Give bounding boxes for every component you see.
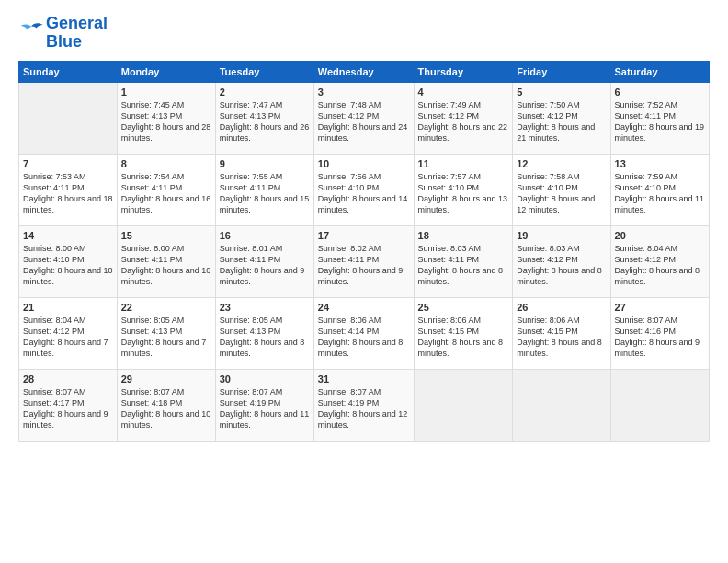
day-info: Sunrise: 8:06 AMSunset: 4:15 PMDaylight:…	[418, 315, 509, 360]
day-number: 3	[318, 86, 410, 98]
calendar-cell: 26Sunrise: 8:06 AMSunset: 4:15 PMDayligh…	[513, 297, 610, 369]
day-info: Sunrise: 8:07 AMSunset: 4:17 PMDaylight:…	[23, 386, 113, 431]
day-number: 19	[517, 230, 606, 241]
calendar-cell: 23Sunrise: 8:05 AMSunset: 4:13 PMDayligh…	[215, 297, 313, 369]
day-info: Sunrise: 8:06 AMSunset: 4:14 PMDaylight:…	[318, 315, 410, 360]
day-info: Sunrise: 8:04 AMSunset: 4:12 PMDaylight:…	[23, 315, 113, 360]
day-info: Sunrise: 7:58 AMSunset: 4:10 PMDaylight:…	[517, 171, 606, 216]
calendar-cell	[513, 369, 610, 441]
calendar-cell: 24Sunrise: 8:06 AMSunset: 4:14 PMDayligh…	[313, 297, 414, 369]
day-info: Sunrise: 7:49 AMSunset: 4:12 PMDaylight:…	[418, 99, 509, 144]
day-info: Sunrise: 8:06 AMSunset: 4:15 PMDaylight:…	[517, 315, 606, 360]
calendar-cell: 22Sunrise: 8:05 AMSunset: 4:13 PMDayligh…	[117, 297, 215, 369]
calendar-week-row: 7Sunrise: 7:53 AMSunset: 4:11 PMDaylight…	[19, 154, 710, 225]
calendar-header-thursday: Thursday	[414, 61, 513, 82]
calendar-header-sunday: Sunday	[19, 61, 118, 82]
calendar-cell: 29Sunrise: 8:07 AMSunset: 4:18 PMDayligh…	[117, 369, 215, 441]
day-info: Sunrise: 8:07 AMSunset: 4:18 PMDaylight:…	[121, 386, 211, 431]
calendar-cell: 20Sunrise: 8:04 AMSunset: 4:12 PMDayligh…	[610, 225, 709, 297]
day-number: 16	[220, 230, 310, 241]
day-number: 9	[220, 158, 310, 169]
day-info: Sunrise: 7:48 AMSunset: 4:12 PMDaylight:…	[318, 99, 410, 144]
day-info: Sunrise: 7:56 AMSunset: 4:10 PMDaylight:…	[318, 171, 410, 216]
day-number: 25	[418, 302, 509, 313]
day-number: 1	[121, 86, 211, 98]
day-number: 2	[220, 86, 310, 98]
calendar-cell: 6Sunrise: 7:52 AMSunset: 4:11 PMDaylight…	[610, 82, 709, 154]
calendar-cell: 12Sunrise: 7:58 AMSunset: 4:10 PMDayligh…	[513, 154, 610, 225]
day-number: 13	[615, 158, 705, 169]
day-number: 7	[23, 158, 113, 169]
calendar-week-row: 1Sunrise: 7:45 AMSunset: 4:13 PMDaylight…	[19, 82, 710, 154]
day-number: 27	[615, 302, 705, 313]
calendar-cell: 8Sunrise: 7:54 AMSunset: 4:11 PMDaylight…	[117, 154, 215, 225]
calendar-cell	[610, 369, 709, 441]
day-info: Sunrise: 8:05 AMSunset: 4:13 PMDaylight:…	[121, 315, 211, 360]
calendar-cell: 4Sunrise: 7:49 AMSunset: 4:12 PMDaylight…	[414, 82, 513, 154]
calendar-cell: 15Sunrise: 8:00 AMSunset: 4:11 PMDayligh…	[117, 225, 215, 297]
logo-bird-icon	[18, 21, 44, 41]
calendar-cell: 25Sunrise: 8:06 AMSunset: 4:15 PMDayligh…	[414, 297, 513, 369]
calendar-cell: 9Sunrise: 7:55 AMSunset: 4:11 PMDaylight…	[215, 154, 313, 225]
calendar-cell	[414, 369, 513, 441]
day-info: Sunrise: 7:52 AMSunset: 4:11 PMDaylight:…	[615, 99, 705, 144]
day-number: 18	[418, 230, 509, 241]
day-number: 10	[318, 158, 410, 169]
day-info: Sunrise: 8:05 AMSunset: 4:13 PMDaylight:…	[220, 315, 310, 360]
calendar-week-row: 28Sunrise: 8:07 AMSunset: 4:17 PMDayligh…	[19, 369, 710, 441]
day-number: 8	[121, 158, 211, 169]
calendar-table: SundayMondayTuesdayWednesdayThursdayFrid…	[18, 61, 710, 442]
day-number: 31	[318, 373, 410, 385]
day-number: 6	[615, 86, 705, 98]
calendar-cell: 28Sunrise: 8:07 AMSunset: 4:17 PMDayligh…	[19, 369, 118, 441]
day-info: Sunrise: 7:45 AMSunset: 4:13 PMDaylight:…	[121, 99, 211, 144]
day-number: 17	[318, 230, 410, 241]
day-number: 15	[121, 230, 211, 241]
day-info: Sunrise: 8:04 AMSunset: 4:12 PMDaylight:…	[615, 243, 705, 288]
day-info: Sunrise: 8:07 AMSunset: 4:19 PMDaylight:…	[220, 386, 310, 431]
calendar-cell: 30Sunrise: 8:07 AMSunset: 4:19 PMDayligh…	[215, 369, 313, 441]
page: General Blue SundayMondayTuesdayWednesda…	[0, 0, 728, 563]
calendar-cell: 11Sunrise: 7:57 AMSunset: 4:10 PMDayligh…	[414, 154, 513, 225]
calendar-header-row: SundayMondayTuesdayWednesdayThursdayFrid…	[19, 61, 710, 82]
calendar-cell: 3Sunrise: 7:48 AMSunset: 4:12 PMDaylight…	[313, 82, 414, 154]
day-number: 22	[121, 302, 211, 313]
calendar-cell: 18Sunrise: 8:03 AMSunset: 4:11 PMDayligh…	[414, 225, 513, 297]
day-info: Sunrise: 7:47 AMSunset: 4:13 PMDaylight:…	[220, 99, 310, 144]
calendar-cell: 27Sunrise: 8:07 AMSunset: 4:16 PMDayligh…	[610, 297, 709, 369]
calendar-cell: 31Sunrise: 8:07 AMSunset: 4:19 PMDayligh…	[313, 369, 414, 441]
header: General Blue	[18, 15, 710, 52]
day-number: 28	[23, 373, 113, 385]
day-number: 11	[418, 158, 509, 169]
calendar-cell: 17Sunrise: 8:02 AMSunset: 4:11 PMDayligh…	[313, 225, 414, 297]
day-number: 30	[220, 373, 310, 385]
calendar-cell: 1Sunrise: 7:45 AMSunset: 4:13 PMDaylight…	[117, 82, 215, 154]
logo-text: General Blue	[46, 15, 108, 52]
day-info: Sunrise: 8:00 AMSunset: 4:10 PMDaylight:…	[23, 243, 113, 288]
calendar-header-tuesday: Tuesday	[215, 61, 313, 82]
day-number: 26	[517, 302, 606, 313]
day-number: 21	[23, 302, 113, 313]
day-info: Sunrise: 7:59 AMSunset: 4:10 PMDaylight:…	[615, 171, 705, 216]
day-number: 29	[121, 373, 211, 385]
day-info: Sunrise: 7:54 AMSunset: 4:11 PMDaylight:…	[121, 171, 211, 216]
calendar-cell: 21Sunrise: 8:04 AMSunset: 4:12 PMDayligh…	[19, 297, 118, 369]
day-info: Sunrise: 8:03 AMSunset: 4:12 PMDaylight:…	[517, 243, 606, 288]
day-number: 23	[220, 302, 310, 313]
calendar-header-saturday: Saturday	[610, 61, 709, 82]
day-info: Sunrise: 7:50 AMSunset: 4:12 PMDaylight:…	[517, 99, 606, 144]
calendar-week-row: 21Sunrise: 8:04 AMSunset: 4:12 PMDayligh…	[19, 297, 710, 369]
day-number: 14	[23, 230, 113, 241]
calendar-cell: 14Sunrise: 8:00 AMSunset: 4:10 PMDayligh…	[19, 225, 118, 297]
day-info: Sunrise: 8:02 AMSunset: 4:11 PMDaylight:…	[318, 243, 410, 288]
calendar-cell: 2Sunrise: 7:47 AMSunset: 4:13 PMDaylight…	[215, 82, 313, 154]
calendar-cell: 5Sunrise: 7:50 AMSunset: 4:12 PMDaylight…	[513, 82, 610, 154]
calendar-cell: 19Sunrise: 8:03 AMSunset: 4:12 PMDayligh…	[513, 225, 610, 297]
day-info: Sunrise: 8:03 AMSunset: 4:11 PMDaylight:…	[418, 243, 509, 288]
day-info: Sunrise: 7:53 AMSunset: 4:11 PMDaylight:…	[23, 171, 113, 216]
calendar-header-friday: Friday	[513, 61, 610, 82]
day-number: 4	[418, 86, 509, 98]
calendar-header-wednesday: Wednesday	[313, 61, 414, 82]
day-number: 5	[517, 86, 606, 98]
day-info: Sunrise: 7:55 AMSunset: 4:11 PMDaylight:…	[220, 171, 310, 216]
